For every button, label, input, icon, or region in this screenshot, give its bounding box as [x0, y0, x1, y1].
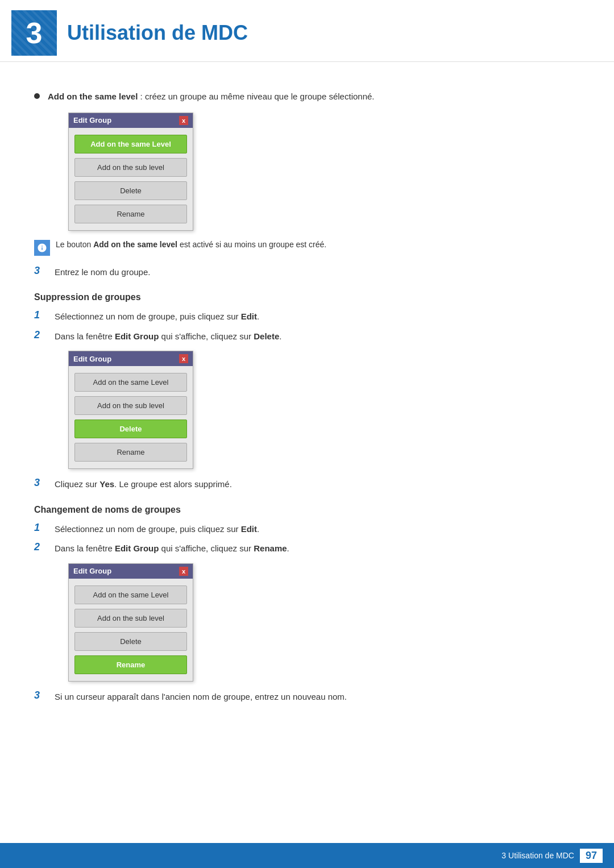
step-supp-2-bold1: Edit Group	[115, 331, 159, 341]
dialog-body-1: Add on the same Level Add on the sub lev…	[69, 128, 193, 230]
section-suppression: Suppression de groupes	[34, 292, 580, 302]
edit-group-dialog-3: Edit Group x Add on the same Level Add o…	[68, 563, 193, 682]
btn-sub-level-2[interactable]: Add on the sub level	[74, 396, 187, 415]
step-rename-2: 2 Dans la fenêtre Edit Group qui s'affic…	[34, 541, 580, 555]
note-box-1: Le bouton Add on the same level est acti…	[34, 239, 580, 256]
dialog-close-btn-3[interactable]: x	[179, 567, 188, 576]
dialog-title-1: Edit Group	[73, 116, 111, 124]
bullet-label: Add on the same level	[48, 92, 138, 101]
footer-page-number: 97	[580, 849, 603, 863]
step-text-supp-2: Dans la fenêtre Edit Group qui s'affiche…	[55, 329, 281, 343]
step-text-rename-2: Dans la fenêtre Edit Group qui s'affiche…	[55, 541, 289, 555]
step-supp-2-mid: qui s'affiche, cliquez sur	[159, 331, 254, 341]
step-text-3c: Si un curseur apparaît dans l'ancien nom…	[55, 690, 347, 704]
step-rename-1-text: Sélectionnez un nom de groupe, puis cliq…	[55, 524, 241, 534]
dialog-close-btn-2[interactable]: x	[179, 354, 188, 363]
btn-same-level-3[interactable]: Add on the same Level	[74, 585, 187, 604]
step-num-supp-2: 2	[34, 329, 50, 341]
step-num-3a: 3	[34, 265, 50, 277]
page-title: Utilisation de MDC	[67, 21, 248, 45]
footer-text: 3 Utilisation de MDC	[501, 851, 574, 860]
page-footer: 3 Utilisation de MDC 97	[0, 843, 614, 868]
dialog-title-bar-3: Edit Group x	[69, 564, 193, 579]
info-icon	[37, 243, 47, 253]
bullet-text-same-level: Add on the same level : créez un groupe …	[48, 90, 375, 103]
step-num-3c: 3	[34, 690, 50, 701]
chapter-number: 3	[26, 16, 43, 50]
btn-sub-level-3[interactable]: Add on the sub level	[74, 609, 187, 628]
btn-delete-3[interactable]: Delete	[74, 632, 187, 651]
step-supp-1: 1 Sélectionnez un nom de groupe, puis cl…	[34, 309, 580, 323]
note-bold-1: Add on the same level	[93, 240, 177, 249]
dialog-close-btn-1[interactable]: x	[179, 116, 188, 125]
dialog-title-bar-1: Edit Group x	[69, 113, 193, 128]
dialog-title-3: Edit Group	[73, 567, 111, 575]
bullet-desc: : créez un groupe au même niveau que le …	[138, 92, 374, 101]
dialog-title-2: Edit Group	[73, 355, 111, 363]
step-3b: 3 Cliquez sur Yes. Le groupe est alors s…	[34, 477, 580, 491]
note-icon-1	[34, 240, 50, 256]
step-text-supp-1: Sélectionnez un nom de groupe, puis cliq…	[55, 309, 259, 323]
btn-rename-2[interactable]: Rename	[74, 443, 187, 462]
btn-rename-3[interactable]: Rename	[74, 655, 187, 674]
step-num-rename-1: 1	[34, 522, 50, 534]
step-3b-after: . Le groupe est alors supprimé.	[114, 479, 232, 489]
section-rename: Changement de noms de groupes	[34, 505, 580, 515]
step-num-rename-2: 2	[34, 541, 50, 553]
dialog-title-bar-2: Edit Group x	[69, 351, 193, 366]
step-supp-2-text: Dans la fenêtre	[55, 331, 115, 341]
main-content: Add on the same level : créez un groupe …	[0, 62, 614, 754]
dialog-container-1: Edit Group x Add on the same Level Add o…	[68, 113, 580, 231]
edit-group-dialog-1: Edit Group x Add on the same Level Add o…	[68, 113, 193, 231]
btn-delete-1[interactable]: Delete	[74, 181, 187, 200]
step-3c: 3 Si un curseur apparaît dans l'ancien n…	[34, 690, 580, 704]
btn-same-level-2[interactable]: Add on the same Level	[74, 373, 187, 392]
dialog-container-3: Edit Group x Add on the same Level Add o…	[68, 563, 580, 682]
dialog-body-3: Add on the same Level Add on the sub lev…	[69, 579, 193, 681]
dialog-body-2: Add on the same Level Add on the sub lev…	[69, 366, 193, 468]
step-rename-2-bold1: Edit Group	[115, 543, 159, 553]
step-rename-1-bold: Edit	[241, 524, 257, 534]
step-text-rename-1: Sélectionnez un nom de groupe, puis cliq…	[55, 522, 259, 536]
btn-rename-1[interactable]: Rename	[74, 205, 187, 223]
step-text-3a: Entrez le nom du groupe.	[55, 265, 150, 279]
step-rename-1-after: .	[257, 524, 259, 534]
chapter-badge: 3	[11, 10, 57, 56]
step-supp-2-bold2: Delete	[254, 331, 279, 341]
step-num-3b: 3	[34, 477, 50, 489]
step-rename-2-bold2: Rename	[254, 543, 287, 553]
btn-delete-2[interactable]: Delete	[74, 420, 187, 438]
bullet-dot	[34, 93, 40, 99]
step-supp-1-bold: Edit	[241, 312, 257, 321]
step-3b-text: Cliquez sur	[55, 479, 99, 489]
step-rename-2-after: .	[287, 543, 289, 553]
step-rename-1: 1 Sélectionnez un nom de groupe, puis cl…	[34, 522, 580, 536]
note-text-1: Le bouton Add on the same level est acti…	[56, 239, 326, 251]
step-supp-2-after: .	[279, 331, 281, 341]
step-supp-2: 2 Dans la fenêtre Edit Group qui s'affic…	[34, 329, 580, 343]
step-num-supp-1: 1	[34, 309, 50, 321]
btn-same-level-1[interactable]: Add on the same Level	[74, 135, 187, 153]
step-text-3b: Cliquez sur Yes. Le groupe est alors sup…	[55, 477, 232, 491]
step-supp-1-after: .	[257, 312, 259, 321]
edit-group-dialog-2: Edit Group x Add on the same Level Add o…	[68, 351, 193, 469]
step-rename-2-mid: qui s'affiche, cliquez sur	[159, 543, 254, 553]
step-3b-bold: Yes	[99, 479, 114, 489]
page-header: 3 Utilisation de MDC	[0, 0, 614, 62]
dialog-container-2: Edit Group x Add on the same Level Add o…	[68, 351, 580, 469]
btn-sub-level-1[interactable]: Add on the sub level	[74, 158, 187, 177]
step-rename-2-text: Dans la fenêtre	[55, 543, 115, 553]
step-3a: 3 Entrez le nom du groupe.	[34, 265, 580, 279]
step-supp-1-text: Sélectionnez un nom de groupe, puis cliq…	[55, 312, 241, 321]
bullet-same-level: Add on the same level : créez un groupe …	[34, 90, 580, 103]
